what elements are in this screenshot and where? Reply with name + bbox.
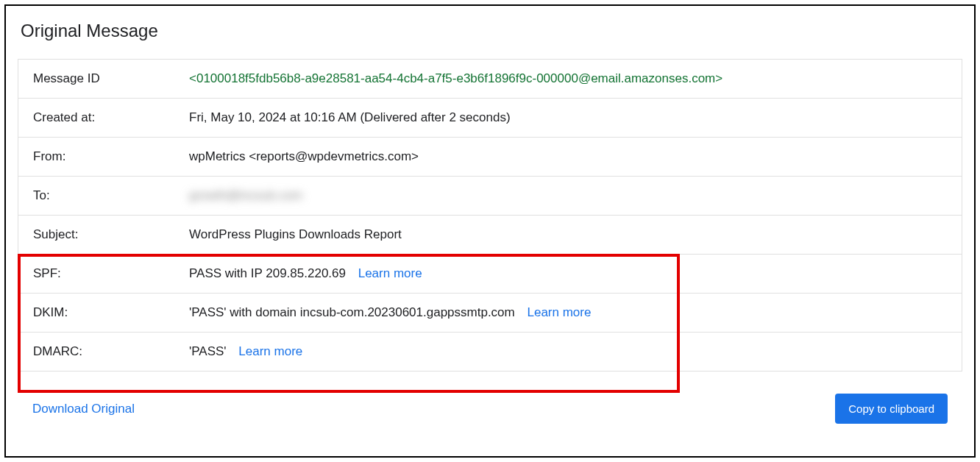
learn-more-spf[interactable]: Learn more — [358, 266, 422, 280]
value-to: growth@incsub.com — [189, 188, 947, 203]
footer: Download Original Copy to clipboard — [18, 372, 962, 424]
label-spf: SPF: — [33, 266, 189, 281]
value-dmarc-text: 'PASS' — [189, 344, 227, 358]
row-subject: Subject: WordPress Plugins Downloads Rep… — [18, 216, 962, 255]
row-message-id: Message ID <0100018f5fdb56b8-a9e28581-aa… — [18, 60, 962, 99]
row-to: To: growth@incsub.com — [18, 177, 962, 216]
original-message-panel: Original Message Message ID <0100018f5fd… — [4, 4, 976, 458]
copy-to-clipboard-button[interactable]: Copy to clipboard — [835, 394, 948, 424]
label-from: From: — [33, 149, 189, 164]
row-dmarc: DMARC: 'PASS' Learn more — [18, 333, 962, 371]
download-original-link[interactable]: Download Original — [32, 402, 135, 416]
label-subject: Subject: — [33, 227, 189, 242]
value-subject: WordPress Plugins Downloads Report — [189, 227, 947, 242]
value-from: wpMetrics <reports@wpdevmetrics.com> — [189, 149, 947, 164]
label-created-at: Created at: — [33, 110, 189, 125]
label-message-id: Message ID — [33, 71, 189, 86]
page-title: Original Message — [18, 21, 962, 41]
value-message-id: <0100018f5fdb56b8-a9e28581-aa54-4cb4-a7f… — [189, 71, 947, 86]
row-spf: SPF: PASS with IP 209.85.220.69 Learn mo… — [18, 255, 962, 294]
value-created-at: Fri, May 10, 2024 at 10:16 AM (Delivered… — [189, 110, 947, 125]
value-dkim: 'PASS' with domain incsub-com.20230601.g… — [189, 305, 947, 320]
value-spf-text: PASS with IP 209.85.220.69 — [189, 266, 346, 280]
row-from: From: wpMetrics <reports@wpdevmetrics.co… — [18, 138, 962, 177]
label-to: To: — [33, 188, 189, 203]
learn-more-dmarc[interactable]: Learn more — [238, 344, 302, 358]
value-spf: PASS with IP 209.85.220.69 Learn more — [189, 266, 947, 281]
label-dmarc: DMARC: — [33, 344, 189, 359]
row-dkim: DKIM: 'PASS' with domain incsub-com.2023… — [18, 294, 962, 333]
info-table: Message ID <0100018f5fdb56b8-a9e28581-aa… — [18, 59, 962, 372]
row-created-at: Created at: Fri, May 10, 2024 at 10:16 A… — [18, 99, 962, 138]
label-dkim: DKIM: — [33, 305, 189, 320]
learn-more-dkim[interactable]: Learn more — [527, 305, 591, 319]
value-dmarc: 'PASS' Learn more — [189, 344, 947, 359]
value-dkim-text: 'PASS' with domain incsub-com.20230601.g… — [189, 305, 515, 319]
